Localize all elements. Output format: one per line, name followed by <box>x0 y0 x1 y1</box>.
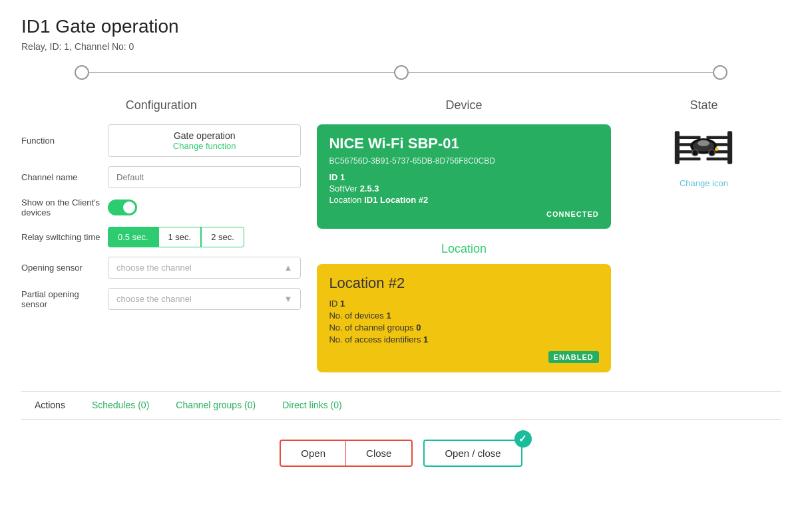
location-id-label: ID <box>329 299 337 309</box>
device-softver-row: SoftVer 2.5.3 <box>329 184 598 194</box>
state-column: State <box>627 98 781 188</box>
relay-switching-row: Relay switching time 0.5 sec. 1 sec. 2 s… <box>21 227 301 247</box>
partial-opening-select[interactable]: choose the channel ▼ <box>108 288 301 310</box>
main-columns: Configuration Function Gate operation Ch… <box>21 98 781 372</box>
location-status-badge: ENABLED <box>548 351 599 363</box>
tab-schedules[interactable]: Schedules (0) <box>79 392 162 420</box>
svg-point-12 <box>698 140 709 146</box>
gate-icon <box>674 124 733 171</box>
open-close-button[interactable]: Open / close <box>423 440 522 467</box>
relay-btn-0[interactable]: 0.5 sec. <box>108 227 158 247</box>
device-mac: BC56756D-3B91-5737-65DB-8D756F8C0CBD <box>329 156 598 166</box>
device-column: Device NICE Wi-Fi SBP-01 BC56756D-3B91-5… <box>317 98 610 372</box>
device-location-value: ID1 Location #2 <box>364 195 428 205</box>
opening-sensor-placeholder: choose the channel <box>116 263 192 273</box>
open-button[interactable]: Open <box>281 441 346 466</box>
device-section-title: Device <box>317 98 610 112</box>
function-name: Gate operation <box>116 130 292 141</box>
device-location-row: Location ID1 Location #2 <box>329 195 598 205</box>
device-name: NICE Wi-Fi SBP-01 <box>329 135 598 152</box>
stepper-line-1 <box>89 72 394 73</box>
location-card: Location #2 ID 1 No. of devices 1 No. of… <box>317 264 610 372</box>
channel-name-label: Channel name <box>21 172 101 182</box>
svg-point-14 <box>709 150 715 156</box>
relay-btn-2[interactable]: 2 sec. <box>201 227 244 247</box>
device-softver-label: SoftVer <box>329 184 357 194</box>
config-rows: Function Gate operation Change function … <box>21 124 301 310</box>
svg-point-15 <box>715 148 718 151</box>
close-button[interactable]: Close <box>346 441 411 466</box>
checkmark-badge: ✓ <box>514 430 532 448</box>
actions-content: Open Close Open / close ✓ <box>21 433 781 477</box>
device-id-label: ID <box>329 172 337 182</box>
location-section-title: Location <box>317 242 610 256</box>
stepper-line-2 <box>409 72 713 73</box>
show-on-clients-label: Show on the Client's devices <box>21 198 101 217</box>
device-card: NICE Wi-Fi SBP-01 BC56756D-3B91-5737-65D… <box>317 124 610 229</box>
tab-actions[interactable]: Actions <box>21 392 79 420</box>
show-on-clients-toggle[interactable] <box>108 200 137 215</box>
svg-rect-0 <box>675 131 680 164</box>
svg-rect-9 <box>707 158 728 161</box>
config-section-title: Configuration <box>21 98 301 112</box>
stepper <box>21 65 781 80</box>
opening-sensor-select[interactable]: choose the channel ▲ <box>108 257 301 279</box>
location-status-wrapper: ENABLED <box>329 351 598 362</box>
partial-opening-row: Partial opening sensor choose the channe… <box>21 288 301 310</box>
relay-buttons: 0.5 sec. 1 sec. 2 sec. <box>108 227 301 247</box>
change-icon-link[interactable]: Change icon <box>680 178 728 188</box>
svg-rect-1 <box>727 131 732 164</box>
page-title: ID1 Gate operation <box>21 16 781 37</box>
channel-name-row: Channel name <box>21 166 301 188</box>
bottom-section: Actions Schedules (0) Channel groups (0)… <box>21 391 781 477</box>
location-id-value: 1 <box>340 299 345 309</box>
stepper-step-1 <box>75 65 89 80</box>
opening-sensor-label: Opening sensor <box>21 263 101 273</box>
function-label: Function <box>21 136 101 146</box>
location-groups-value: 0 <box>416 323 421 332</box>
function-box: Gate operation Change function <box>108 124 301 157</box>
stepper-step-3 <box>713 65 727 80</box>
device-id-value: 1 <box>340 172 345 182</box>
open-close-single-wrapper: Open / close ✓ <box>423 440 522 467</box>
config-column: Configuration Function Gate operation Ch… <box>21 98 301 310</box>
svg-rect-5 <box>680 158 701 161</box>
change-function-link[interactable]: Change function <box>116 141 292 151</box>
svg-rect-6 <box>707 136 728 139</box>
function-row: Function Gate operation Change function <box>21 124 301 157</box>
location-access-label: No. of access identifiers <box>329 334 421 344</box>
location-name: Location #2 <box>329 275 598 292</box>
page-container: ID1 Gate operation Relay, ID: 1, Channel… <box>0 0 802 532</box>
opening-sensor-chevron-icon: ▲ <box>284 263 293 273</box>
device-location-label: Location <box>329 195 361 205</box>
device-id-row: ID 1 <box>329 172 598 182</box>
svg-point-13 <box>692 150 698 156</box>
channel-name-input[interactable] <box>108 166 301 188</box>
tabs-row: Actions Schedules (0) Channel groups (0)… <box>21 392 781 420</box>
tab-direct-links[interactable]: Direct links (0) <box>269 392 355 420</box>
page-subtitle: Relay, ID: 1, Channel No: 0 <box>21 41 781 52</box>
relay-switching-label: Relay switching time <box>21 232 101 242</box>
partial-opening-placeholder: choose the channel <box>116 294 192 304</box>
state-section-title: State <box>627 98 781 112</box>
relay-btn-1[interactable]: 1 sec. <box>158 227 202 247</box>
open-close-button-group: Open Close <box>280 440 413 467</box>
partial-opening-label: Partial opening sensor <box>21 289 101 309</box>
stepper-step-2 <box>394 65 409 80</box>
partial-opening-chevron-icon: ▼ <box>284 294 293 304</box>
gate-icon-wrapper <box>627 124 781 171</box>
location-devices-label: No. of devices <box>329 311 383 321</box>
location-access-value: 1 <box>423 334 428 344</box>
tab-channel-groups[interactable]: Channel groups (0) <box>162 392 269 420</box>
device-status: CONNECTED <box>329 210 598 218</box>
location-devices-value: 1 <box>386 311 391 321</box>
location-groups-label: No. of channel groups <box>329 323 413 332</box>
svg-rect-2 <box>680 136 701 139</box>
show-on-clients-row: Show on the Client's devices <box>21 198 301 217</box>
location-devices-row: No. of devices 1 <box>329 311 598 321</box>
location-access-row: No. of access identifiers 1 <box>329 334 598 344</box>
location-groups-row: No. of channel groups 0 <box>329 323 598 332</box>
opening-sensor-row: Opening sensor choose the channel ▲ <box>21 257 301 279</box>
location-id-row: ID 1 <box>329 299 598 309</box>
device-softver-value: 2.5.3 <box>360 184 379 194</box>
